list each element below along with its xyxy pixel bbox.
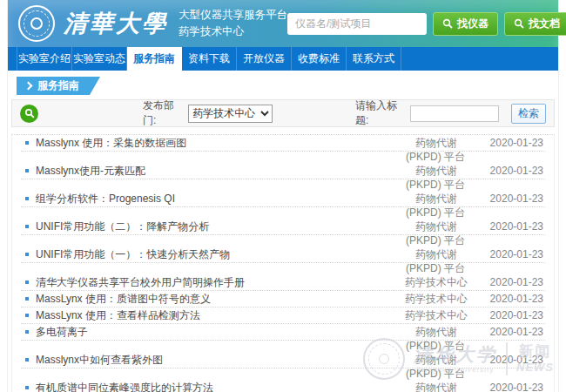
item-department: 药物代谢 [388, 219, 484, 234]
instrument-search-input[interactable] [287, 13, 427, 35]
magnifier-icon [514, 18, 524, 29]
list-item: 有机质谱中同位素峰强度比的计算方法 药物代谢 2020-01-23 (PKPD)… [21, 380, 545, 392]
list-item: 多电荷离子 药物代谢 2020-01-23 (PKPD) 平台 [21, 324, 545, 352]
list-item: MassLynx 使用：查看样品检测方法 药学技术中心 2020-01-23 [21, 308, 545, 324]
platform-title-line2: 药学技术中心 [179, 24, 287, 40]
find-instrument-label: 找仪器 [457, 17, 489, 31]
find-document-label: 找文档 [529, 17, 560, 31]
tsinghua-logo-icon [18, 5, 55, 42]
list-item: 清华大学仪器共享平台校外用户简明操作手册 药学技术中心 2020-01-23 [21, 274, 545, 291]
breadcrumb-label: 服务指南 [37, 78, 79, 93]
nav-tab-downloads[interactable]: 资料下载 [182, 47, 237, 71]
item-department-line2: (PKPD) 平台 [383, 341, 488, 352]
university-name: 清華大學 [64, 8, 168, 39]
list-item: 组学分析软件：Progenesis QI 药物代谢 2020-01-23 (PK… [21, 191, 545, 219]
bullet-icon [25, 358, 29, 362]
item-department: 药物代谢 [388, 380, 484, 392]
search-circle-icon[interactable] [20, 105, 38, 123]
article-link[interactable]: MassLynx 使用：查看样品检测方法 [36, 309, 200, 321]
item-department-line2: (PKPD) 平台 [383, 368, 488, 380]
nav-tab-contact[interactable]: 联系方式 [347, 47, 401, 71]
item-department: 药物代谢 [388, 352, 484, 368]
list-item: Masslynx使用-元素匹配 药物代谢 2020-01-23 (PKPD) 平… [21, 163, 545, 191]
filter-bar: 发布部门: 药学技术中心 请输入标题: 检索 [11, 99, 555, 127]
item-date: 2020-01-23 [490, 163, 543, 179]
item-date: 2020-01-23 [490, 274, 543, 290]
item-department: 药物代谢 [388, 135, 484, 151]
article-link[interactable]: MassLynx 使用：质谱图中符号的意义 [36, 293, 211, 305]
nav-tab-lab-news[interactable]: 实验室动态 [72, 47, 127, 71]
article-link[interactable]: UNIFI常用功能（二）：降解产物分析 [36, 220, 209, 233]
department-select[interactable]: 药学技术中心 [188, 105, 273, 123]
article-link[interactable]: Masslynx中如何查看紫外图 [36, 354, 163, 366]
item-department: 药物代谢 [388, 324, 484, 340]
article-link[interactable]: Masslynx使用-元素匹配 [36, 165, 145, 177]
content-area: 发布部门: 药学技术中心 请输入标题: 检索 Masslynx 使用：采集的数据… [8, 99, 558, 392]
title-search-label: 请输入标题: [355, 98, 406, 128]
bullet-icon [25, 141, 29, 145]
article-link[interactable]: 有机质谱中同位素峰强度比的计算方法 [36, 382, 213, 392]
site-header: 清華大學 大型仪器共享服务平台 药学技术中心 找仪器 找文档 [8, 0, 558, 47]
bullet-icon [25, 253, 29, 256]
article-link[interactable]: 清华大学仪器共享平台校外用户简明操作手册 [36, 276, 245, 288]
article-link[interactable]: Masslynx 使用：采集的数据画图 [36, 137, 186, 149]
article-link[interactable]: 组学分析软件：Progenesis QI [36, 193, 175, 205]
item-date: 2020-01-23 [490, 135, 543, 151]
department-label: 发布部门: [143, 98, 184, 128]
item-department-line2: (PKPD) 平台 [383, 179, 488, 191]
bullet-icon [25, 314, 29, 317]
title-search-input[interactable] [410, 105, 499, 122]
item-date: 2020-01-23 [490, 308, 543, 323]
item-date: 2020-01-23 [490, 324, 543, 340]
item-department-line2: (PKPD) 平台 [383, 207, 488, 219]
item-date: 2020-01-23 [490, 352, 543, 368]
list-item: UNIFI常用功能（二）：降解产物分析 药物代谢 2020-01-23 (PKP… [21, 219, 545, 247]
item-date: 2020-01-23 [490, 291, 543, 307]
list-item: UNIFI常用功能（一）：快速分析天然产物 药物代谢 2020-01-23 (P… [21, 247, 545, 274]
item-date: 2020-01-23 [490, 219, 543, 234]
item-date: 2020-01-23 [490, 380, 543, 392]
bullet-icon [25, 386, 29, 389]
nav-tab-service-guide[interactable]: 服务指南 [127, 47, 182, 71]
bullet-icon [25, 225, 29, 228]
bullet-icon [25, 280, 29, 284]
nav-tab-fee-standards[interactable]: 收费标准 [292, 47, 347, 71]
nav-tab-open-instruments[interactable]: 开放仪器 [237, 47, 292, 71]
item-department-line2: (PKPD) 平台 [383, 235, 488, 247]
item-department: 药物代谢 [388, 163, 484, 179]
header-search-area: 找仪器 找文档 [287, 12, 566, 36]
magnifier-icon [442, 18, 453, 29]
item-department: 药学技术中心 [388, 308, 484, 323]
breadcrumb: 服务指南 [17, 77, 90, 95]
magnifier-icon [24, 108, 35, 118]
find-document-button[interactable]: 找文档 [504, 12, 566, 36]
item-date: 2020-01-23 [490, 191, 543, 206]
item-department: 药物代谢 [388, 191, 484, 206]
bullet-icon [25, 197, 29, 200]
article-link[interactable]: UNIFI常用功能（一）：快速分析天然产物 [36, 248, 230, 260]
platform-title-line1: 大型仪器共享服务平台 [179, 7, 287, 24]
retrieve-button[interactable]: 检索 [511, 104, 546, 124]
chevron-right-icon [24, 82, 33, 91]
article-link[interactable]: 多电荷离子 [36, 326, 88, 338]
list-item: Masslynx中如何查看紫外图 药物代谢 2020-01-23 (PKPD) … [21, 352, 545, 380]
list-item: Masslynx 使用：采集的数据画图 药物代谢 2020-01-23 (PKP… [21, 135, 545, 163]
article-list: Masslynx 使用：采集的数据画图 药物代谢 2020-01-23 (PKP… [11, 134, 555, 392]
bullet-icon [25, 297, 29, 301]
item-department: 药学技术中心 [388, 274, 484, 290]
breadcrumb-row: 服务指南 [8, 71, 558, 99]
find-instrument-button[interactable]: 找仪器 [433, 12, 498, 36]
item-department-line2: (PKPD) 平台 [383, 263, 488, 274]
bullet-icon [25, 330, 29, 334]
nav-tab-lab-intro[interactable]: 实验室介绍 [17, 47, 72, 71]
bullet-icon [25, 169, 29, 172]
main-nav: 实验室介绍 实验室动态 服务指南 资料下载 开放仪器 收费标准 联系方式 [8, 47, 558, 71]
item-department: 药学技术中心 [388, 291, 484, 307]
item-department: 药物代谢 [388, 247, 484, 262]
item-department-line2: (PKPD) 平台 [383, 152, 488, 163]
item-date: 2020-01-23 [490, 247, 543, 262]
page-container: 清華大學 大型仪器共享服务平台 药学技术中心 找仪器 找文档 [7, 0, 559, 392]
list-item: MassLynx 使用：质谱图中符号的意义 药学技术中心 2020-01-23 [21, 291, 545, 308]
platform-title: 大型仪器共享服务平台 药学技术中心 [179, 7, 287, 40]
